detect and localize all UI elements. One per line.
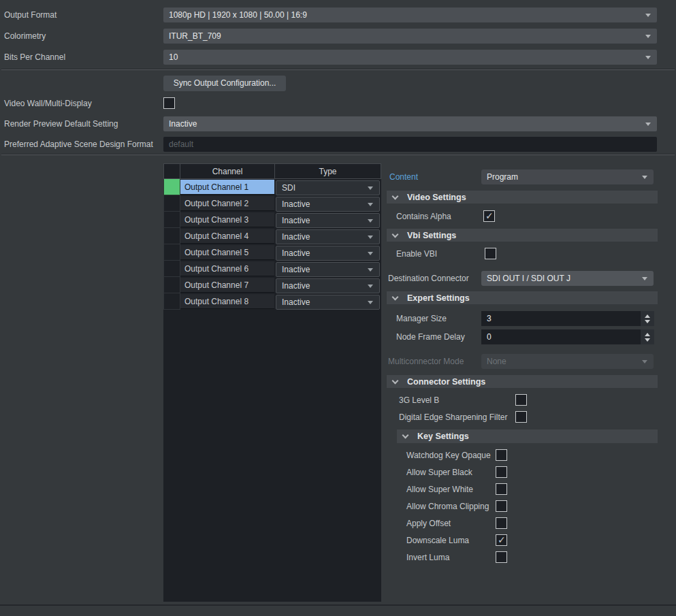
table-row[interactable]: Output Channel 7 Inactive — [163, 277, 381, 293]
chevron-down-icon — [402, 432, 409, 439]
table-row[interactable]: Output Channel 5 Inactive — [163, 244, 381, 261]
multiconnector-mode-value: None — [487, 357, 506, 366]
channel-status-indicator — [163, 195, 180, 212]
chevron-down-icon — [368, 203, 373, 206]
channel-name-cell[interactable]: Output Channel 5 — [180, 245, 274, 260]
chevron-down-icon — [645, 35, 651, 38]
key-settings-title: Key Settings — [417, 432, 469, 441]
channel-status-indicator — [163, 228, 180, 244]
invert-luma-checkbox[interactable] — [496, 551, 507, 563]
video-wall-checkbox[interactable] — [163, 97, 175, 109]
channel-type-dropdown[interactable]: Inactive — [276, 213, 380, 228]
manager-size-value: 3 — [487, 311, 492, 326]
manager-size-label: Manager Size — [396, 311, 447, 326]
contains-alpha-checkbox[interactable] — [483, 210, 495, 222]
output-configuration-panel: Output Format 1080p HD | 1920 x 1080 | 5… — [0, 0, 676, 616]
output-format-label: Output Format — [4, 7, 57, 22]
multiconnector-mode-label: Multiconnector Mode — [388, 354, 464, 369]
divider — [1, 154, 675, 155]
allow-super-white-checkbox[interactable] — [496, 483, 507, 495]
table-row[interactable]: Output Channel 4 Inactive — [163, 228, 381, 244]
channel-type-dropdown[interactable]: Inactive — [276, 278, 380, 293]
channel-type-dropdown[interactable]: Inactive — [276, 197, 380, 212]
channel-table-header: Channel Type — [163, 163, 381, 179]
channel-name-cell[interactable]: Output Channel 7 — [180, 278, 274, 293]
table-row[interactable]: Output Channel 1 SDI — [163, 179, 381, 195]
content-dropdown[interactable]: Program — [481, 169, 654, 184]
bits-per-channel-dropdown[interactable]: 10 — [163, 50, 657, 65]
downscale-luma-checkbox[interactable] — [496, 534, 507, 546]
divider — [1, 69, 675, 70]
key-settings-header[interactable]: Key Settings — [397, 429, 658, 443]
render-preview-dropdown[interactable]: Inactive — [163, 116, 657, 131]
colorimetry-dropdown[interactable]: ITUR_BT_709 — [163, 29, 657, 44]
channel-name-cell[interactable]: Output Channel 1 — [180, 180, 274, 195]
watchdog-key-opaque-checkbox[interactable] — [496, 449, 507, 461]
vbi-settings-header[interactable]: Vbi Settings — [387, 229, 658, 242]
content-label: Content — [389, 169, 418, 184]
chevron-down-icon — [392, 293, 399, 300]
table-row[interactable]: Output Channel 3 Inactive — [163, 212, 381, 228]
connector-settings-header[interactable]: Connector Settings — [387, 375, 658, 388]
channel-type-dropdown[interactable]: Inactive — [276, 246, 380, 261]
allow-super-black-checkbox[interactable] — [496, 466, 507, 478]
channel-name-cell[interactable]: Output Channel 4 — [180, 229, 274, 244]
channel-type-value: Inactive — [282, 265, 310, 274]
chevron-down-icon — [642, 360, 647, 363]
3g-level-b-checkbox[interactable] — [515, 394, 527, 406]
enable-vbi-checkbox[interactable] — [485, 248, 496, 259]
video-settings-header[interactable]: Video Settings — [387, 191, 658, 204]
indicator-column-header — [163, 163, 180, 179]
output-format-dropdown[interactable]: 1080p HD | 1920 x 1080 | 50.00 | 16:9 — [163, 7, 657, 22]
allow-chroma-clipping-checkbox[interactable] — [496, 500, 507, 512]
channel-name-cell[interactable]: Output Channel 3 — [180, 212, 274, 227]
channel-type-dropdown[interactable]: Inactive — [276, 295, 380, 310]
channel-status-indicator — [163, 179, 180, 195]
colorimetry-value: ITUR_BT_709 — [169, 31, 221, 41]
chevron-down-icon — [642, 277, 647, 280]
table-row[interactable]: Output Channel 2 Inactive — [163, 195, 381, 212]
chevron-down-icon — [368, 187, 373, 190]
connector-settings-title: Connector Settings — [407, 377, 485, 387]
vbi-settings-title: Vbi Settings — [407, 231, 456, 240]
table-row[interactable]: Output Channel 6 Inactive — [163, 261, 381, 277]
stepper-arrows[interactable] — [641, 311, 654, 326]
channel-status-indicator — [163, 212, 180, 228]
channel-name-cell[interactable]: Output Channel 8 — [180, 294, 274, 309]
divider — [0, 604, 676, 606]
digital-edge-filter-checkbox[interactable] — [515, 411, 527, 423]
chevron-down-icon — [392, 377, 399, 384]
apply-offset-label: Apply Offset — [406, 516, 451, 531]
channel-name-cell[interactable]: Output Channel 6 — [180, 261, 274, 276]
bits-per-channel-label: Bits Per Channel — [4, 50, 65, 65]
expert-settings-title: Expert Settings — [407, 293, 470, 303]
chevron-down-icon — [645, 14, 651, 17]
chevron-down-icon — [368, 301, 373, 304]
table-row[interactable]: Output Channel 8 Inactive — [163, 293, 381, 310]
arrow-down-icon — [645, 338, 650, 342]
preferred-format-input[interactable]: default — [163, 137, 657, 152]
expert-settings-header[interactable]: Expert Settings — [387, 291, 658, 304]
channel-type-value: Inactive — [282, 297, 310, 307]
channel-column-header: Channel — [180, 163, 275, 179]
channel-type-value: Inactive — [282, 281, 310, 291]
node-frame-delay-stepper[interactable]: 0 — [481, 329, 654, 344]
sync-output-configuration-button[interactable]: Sync Output Configuration... — [163, 76, 286, 91]
channel-type-dropdown[interactable]: Inactive — [276, 229, 380, 244]
channel-type-value: Inactive — [282, 232, 310, 242]
chevron-down-icon — [642, 176, 647, 179]
video-settings-title: Video Settings — [407, 193, 466, 202]
video-wall-label: Video Wall/Multi-Display — [4, 96, 92, 111]
stepper-arrows[interactable] — [641, 329, 654, 344]
channel-type-dropdown[interactable]: Inactive — [276, 262, 380, 277]
apply-offset-checkbox[interactable] — [496, 517, 507, 529]
channel-type-dropdown[interactable]: SDI — [276, 180, 380, 195]
output-format-value: 1080p HD | 1920 x 1080 | 50.00 | 16:9 — [169, 10, 307, 20]
manager-size-stepper[interactable]: 3 — [481, 311, 654, 326]
channel-name-cell[interactable]: Output Channel 2 — [180, 196, 274, 211]
destination-connector-value: SDI OUT I / SDI OUT J — [487, 274, 570, 283]
destination-connector-dropdown[interactable]: SDI OUT I / SDI OUT J — [481, 271, 654, 286]
chevron-down-icon — [645, 56, 651, 59]
channel-type-value: Inactive — [282, 216, 310, 225]
channel-type-value: Inactive — [282, 199, 310, 209]
